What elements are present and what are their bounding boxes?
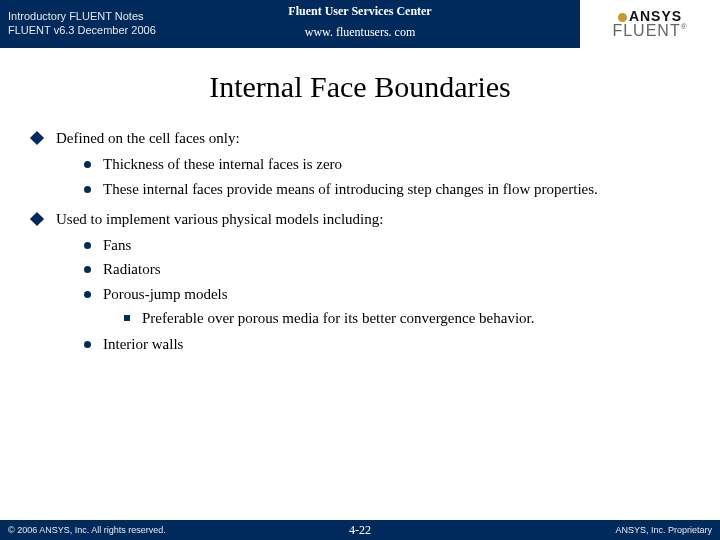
disc-bullet-icon: [84, 161, 91, 168]
bullet-1-2: These internal faces provide means of in…: [103, 179, 598, 199]
slide-content: Defined on the cell faces only: Thicknes…: [0, 128, 720, 354]
bullet-1: Defined on the cell faces only:: [56, 128, 240, 148]
course-title: Introductory FLUENT Notes: [8, 10, 272, 24]
slide-header: Introductory FLUENT Notes FLUENT v6.3 De…: [0, 0, 720, 48]
bullet-2-4: Interior walls: [103, 334, 183, 354]
disc-bullet-icon: [84, 291, 91, 298]
bullet-2-1: Fans: [103, 235, 131, 255]
brand-logo: ANSYS FLUENT®: [580, 0, 720, 48]
disc-bullet-icon: [84, 242, 91, 249]
bullet-1-1: Thickness of these internal faces is zer…: [103, 154, 342, 174]
slide-title: Internal Face Boundaries: [0, 70, 720, 104]
bullet-2: Used to implement various physical model…: [56, 209, 383, 229]
logo-dot-icon: [618, 13, 627, 22]
fluent-logo-text: FLUENT®: [612, 22, 687, 40]
bullet-2-3-1: Preferable over porous media for its bet…: [142, 308, 534, 328]
disc-bullet-icon: [84, 341, 91, 348]
diamond-bullet-icon: [30, 131, 44, 145]
diamond-bullet-icon: [30, 212, 44, 226]
bullet-2-3: Porous-jump models: [103, 284, 228, 304]
course-version: FLUENT v6.3 December 2006: [8, 24, 272, 38]
disc-bullet-icon: [84, 186, 91, 193]
header-left-block: Introductory FLUENT Notes FLUENT v6.3 De…: [0, 4, 280, 44]
square-bullet-icon: [124, 315, 130, 321]
slide-footer: © 2006 ANSYS, Inc. All rights reserved. …: [0, 520, 720, 540]
disc-bullet-icon: [84, 266, 91, 273]
bullet-2-2: Radiators: [103, 259, 161, 279]
registered-icon: ®: [681, 22, 688, 31]
page-number: 4-22: [0, 523, 720, 538]
brand-bottom-text: FLUENT: [612, 22, 680, 39]
